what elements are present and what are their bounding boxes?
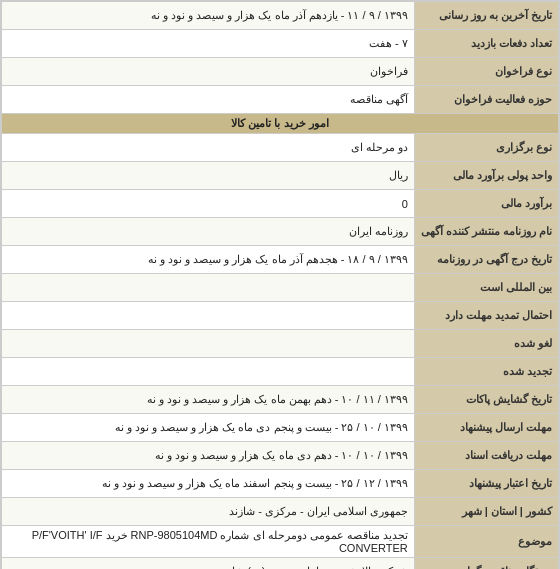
label-cell: تاریخ گشایش پاکات: [414, 386, 558, 414]
value-cell: جمهوری اسلامی ایران - مرکزی - شازند: [2, 498, 415, 526]
value-cell: ۱۳۹۹ / ۱۰ / ۲۵ - بیست و پنجم دی ماه یک ه…: [2, 414, 415, 442]
table-row: نام روزنامه منتشر کننده آگهیروزنامه ایرا…: [2, 218, 559, 246]
label-cell: نوع فراخوان: [414, 58, 558, 86]
label-cell: تاریخ آخرین به روز رسانی: [414, 2, 558, 30]
table-row: موضوعتجدید مناقصه عمومی دومرحله ای شماره…: [2, 526, 559, 558]
main-container: تاریخ آخرین به روز رسانی۱۳۹۹ / ۹ / ۱۱ - …: [0, 0, 560, 569]
value-cell: ریال: [2, 162, 415, 190]
label-cell: برآورد مالی: [414, 190, 558, 218]
table-row: مهلت ارسال پیشنهاد۱۳۹۹ / ۱۰ / ۲۵ - بیست …: [2, 414, 559, 442]
label-cell: مهلت ارسال پیشنهاد: [414, 414, 558, 442]
value-cell: تجدید مناقصه عمومی دومرحله ای شماره RNP-…: [2, 526, 415, 558]
table-row: امور خرید با تامین کالا: [2, 114, 559, 134]
label-cell: مهلت دریافت اسناد: [414, 442, 558, 470]
table-row: لغو شده: [2, 330, 559, 358]
label-cell: تاریخ اعتبار پیشنهاد: [414, 470, 558, 498]
table-row: تعداد دفعات بازدید۷ - هفت: [2, 30, 559, 58]
label-cell: نام روزنامه منتشر کننده آگهی: [414, 218, 558, 246]
value-cell: ۱۳۹۹ / ۹ / ۱۱ - یازدهم آذر ماه یک هزار و…: [2, 2, 415, 30]
value-cell: روزنامه ایران: [2, 218, 415, 246]
value-cell: [2, 302, 415, 330]
value-cell: 0: [2, 190, 415, 218]
label-cell: لغو شده: [414, 330, 558, 358]
table-row: نوع برگزاریدو مرحله ای: [2, 134, 559, 162]
table-row: تاریخ آخرین به روز رسانی۱۳۹۹ / ۹ / ۱۱ - …: [2, 2, 559, 30]
label-cell: تعداد دفعات بازدید: [414, 30, 558, 58]
label-cell: حوزه فعالیت فراخوان: [414, 86, 558, 114]
info-table: تاریخ آخرین به روز رسانی۱۳۹۹ / ۹ / ۱۱ - …: [1, 1, 559, 569]
value-cell: [2, 358, 415, 386]
label-cell: بین المللی است: [414, 274, 558, 302]
label-cell: واحد پولی برآورد مالی: [414, 162, 558, 190]
table-row: حوزه فعالیت فراخوانآگهی مناقصه: [2, 86, 559, 114]
table-row: تجدید شده: [2, 358, 559, 386]
value-cell: [2, 274, 415, 302]
label-cell: احتمال تمدید مهلت دارد: [414, 302, 558, 330]
label-cell: تجدید شده: [414, 358, 558, 386]
table-row: تاریخ گشایش پاکات۱۳۹۹ / ۱۱ / ۱۰ - دهم به…: [2, 386, 559, 414]
value-cell: ۱۳۹۹ / ۹ / ۱۸ - هجدهم آذر ماه یک هزار و …: [2, 246, 415, 274]
table-row: برآورد مالی0: [2, 190, 559, 218]
table-row: دستگاه مناقصه گزارشرکت پالایش نفت امام خ…: [2, 558, 559, 570]
table-row: تاریخ درج آگهی در روزنامه۱۳۹۹ / ۹ / ۱۸ -…: [2, 246, 559, 274]
table-row: نوع فراخوانفراخوان: [2, 58, 559, 86]
value-cell: ۱۳۹۹ / ۱۲ / ۲۵ - بیست و پنجم اسفند ماه ی…: [2, 470, 415, 498]
table-row: بین المللی است: [2, 274, 559, 302]
value-cell: فراخوان: [2, 58, 415, 86]
table-row: کشور | استان | شهرجمهوری اسلامی ایران - …: [2, 498, 559, 526]
label-cell: موضوع: [414, 526, 558, 558]
label-cell: نوع برگزاری: [414, 134, 558, 162]
value-cell: شرکت پالایش نفت امام خمینی (ره) شازند: [2, 558, 415, 570]
value-cell: آگهی مناقصه: [2, 86, 415, 114]
label-cell: کشور | استان | شهر: [414, 498, 558, 526]
table-row: تاریخ اعتبار پیشنهاد۱۳۹۹ / ۱۲ / ۲۵ - بیس…: [2, 470, 559, 498]
table-row: واحد پولی برآورد مالیریال: [2, 162, 559, 190]
value-cell: دو مرحله ای: [2, 134, 415, 162]
table-row: مهلت دریافت اسناد۱۳۹۹ / ۱۰ / ۱۰ - دهم دی…: [2, 442, 559, 470]
table-row: احتمال تمدید مهلت دارد: [2, 302, 559, 330]
value-cell: ۱۳۹۹ / ۱۱ / ۱۰ - دهم بهمن ماه یک هزار و …: [2, 386, 415, 414]
label-cell: دستگاه مناقصه گزار: [414, 558, 558, 570]
value-cell: ۷ - هفت: [2, 30, 415, 58]
value-cell: ۱۳۹۹ / ۱۰ / ۱۰ - دهم دی ماه یک هزار و سی…: [2, 442, 415, 470]
section-header-cell: امور خرید با تامین کالا: [2, 114, 559, 134]
value-cell: [2, 330, 415, 358]
label-cell: تاریخ درج آگهی در روزنامه: [414, 246, 558, 274]
